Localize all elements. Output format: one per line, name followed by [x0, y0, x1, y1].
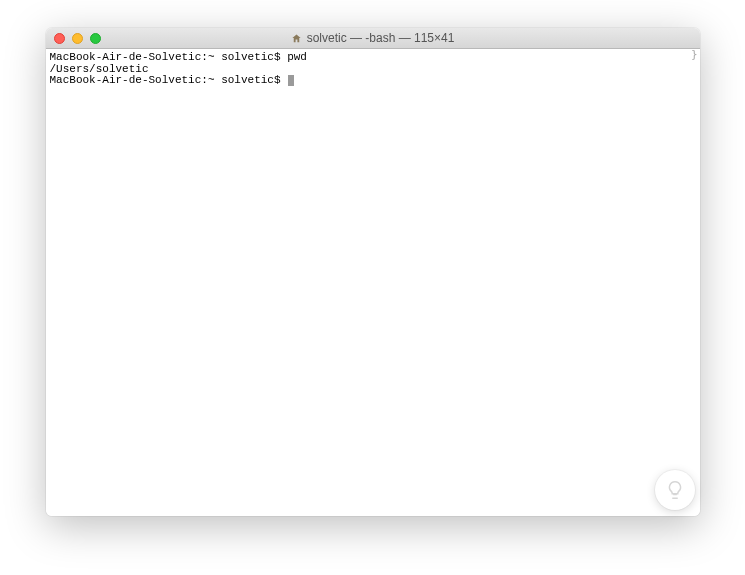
window-title: solvetic — -bash — 115×41	[307, 31, 455, 45]
window-controls	[46, 33, 101, 44]
help-bubble-button[interactable]	[655, 470, 695, 510]
terminal-window: solvetic — -bash — 115×41 }MacBook-Air-d…	[46, 28, 700, 516]
command-text: pwd	[287, 51, 307, 63]
close-icon[interactable]	[54, 33, 65, 44]
output-text: /Users/solvetic	[50, 63, 149, 75]
lightbulb-icon	[664, 479, 686, 501]
prompt: MacBook-Air-de-Solvetic:~ solvetic$	[50, 74, 288, 86]
maximize-icon[interactable]	[90, 33, 101, 44]
titlebar[interactable]: solvetic — -bash — 115×41	[46, 28, 700, 49]
home-icon	[291, 33, 302, 44]
terminal-line: MacBook-Air-de-Solvetic:~ solvetic$	[50, 75, 696, 87]
minimize-icon[interactable]	[72, 33, 83, 44]
cursor	[288, 75, 294, 86]
prompt: MacBook-Air-de-Solvetic:~ solvetic$	[50, 51, 288, 63]
scroll-indicator: }	[691, 49, 698, 61]
terminal-body[interactable]: }MacBook-Air-de-Solvetic:~ solvetic$ pwd…	[46, 49, 700, 516]
title-center: solvetic — -bash — 115×41	[46, 31, 700, 45]
